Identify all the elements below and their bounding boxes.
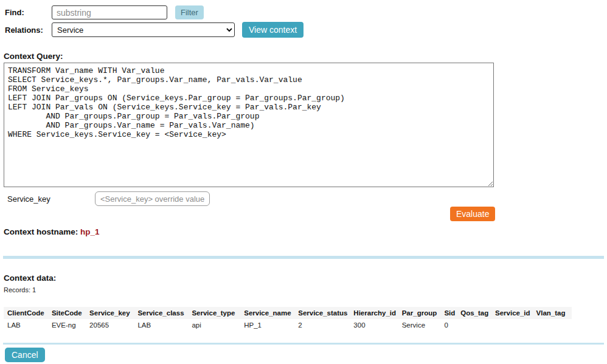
table-header-cell: Service_status	[294, 307, 350, 319]
table-header-cell: Service_id	[491, 307, 533, 319]
table-row: LABEVE-ng20565LABapiHP_12300Service0	[4, 319, 572, 331]
context-hostname-line: Context hostname: hp_1	[4, 227, 100, 236]
context-table-head: ClientCodeSiteCodeService_keyService_cla…	[4, 307, 572, 319]
table-header-cell: Service_type	[188, 307, 240, 319]
context-hostname-value: hp_1	[80, 227, 100, 236]
table-header-cell: SiteCode	[48, 307, 86, 319]
context-data-label: Context data:	[4, 273, 56, 283]
service-key-override-input[interactable]	[95, 191, 210, 206]
table-cell	[491, 319, 533, 331]
table-cell	[533, 319, 572, 331]
filter-button[interactable]: Filter	[175, 5, 204, 19]
table-header-cell: Par_group	[398, 307, 441, 319]
table-cell: LAB	[134, 319, 188, 331]
table-cell	[457, 319, 491, 331]
table-header-cell: Service_name	[240, 307, 294, 319]
table-header-cell: Vlan_tag	[533, 307, 572, 319]
section-divider-top	[3, 256, 604, 259]
table-header-cell: Qos_tag	[457, 307, 491, 319]
relations-select[interactable]: Service	[52, 22, 235, 37]
table-cell: LAB	[4, 319, 48, 331]
relations-label: Relations:	[5, 26, 43, 35]
cancel-button[interactable]: Cancel	[5, 348, 45, 362]
service-key-param-label: Service_key	[7, 194, 50, 204]
table-cell: HP_1	[240, 319, 294, 331]
context-query-label: Context Query:	[4, 52, 63, 61]
context-table: ClientCodeSiteCodeService_keyService_cla…	[4, 307, 572, 331]
section-divider-bottom	[3, 343, 604, 345]
table-header-cell: Service_key	[86, 307, 134, 319]
records-count: Records: 1	[4, 286, 36, 294]
context-table-body: LABEVE-ng20565LABapiHP_12300Service0	[4, 319, 572, 331]
table-header-cell: ClientCode	[4, 307, 48, 319]
table-cell: 0	[440, 319, 457, 331]
table-header-cell: Service_class	[134, 307, 188, 319]
table-cell: 300	[350, 319, 398, 331]
table-cell: 20565	[86, 319, 134, 331]
table-cell: EVE-ng	[48, 319, 86, 331]
view-context-button[interactable]: View context	[242, 22, 304, 38]
table-header-cell: Sid	[440, 307, 457, 319]
table-cell: Service	[398, 319, 441, 331]
table-cell: api	[188, 319, 240, 331]
find-input[interactable]	[52, 5, 167, 19]
table-cell: 2	[294, 319, 350, 331]
context-hostname-label: Context hostname:	[4, 227, 78, 236]
table-header-cell: Hierarchy_id	[350, 307, 398, 319]
table-header-row: ClientCodeSiteCodeService_keyService_cla…	[4, 307, 572, 319]
find-label: Find:	[5, 8, 24, 17]
evaluate-button[interactable]: Evaluate	[450, 207, 495, 221]
context-query-textarea[interactable]: TRANSFORM Var_name WITH Var_value SELECT…	[4, 63, 494, 187]
